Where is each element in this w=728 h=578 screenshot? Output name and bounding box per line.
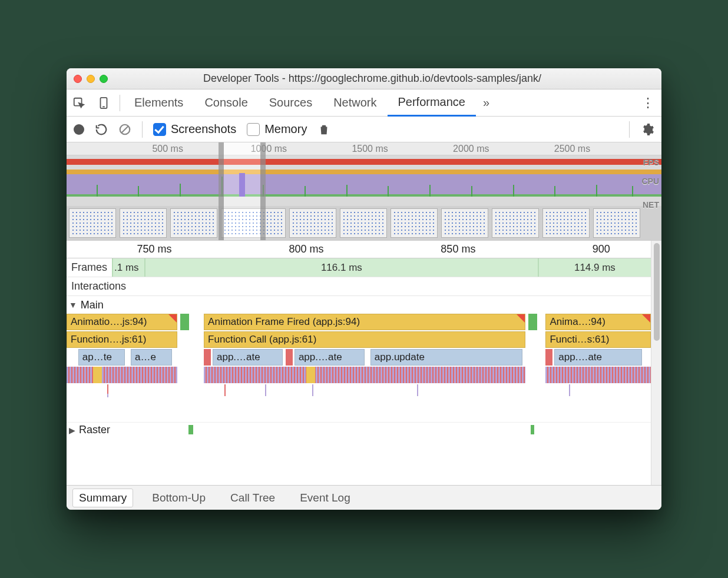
tab-sources[interactable]: Sources bbox=[259, 89, 323, 117]
traffic-lights bbox=[74, 75, 108, 83]
settings-icon[interactable] bbox=[640, 122, 654, 137]
more-tabs-icon[interactable]: » bbox=[483, 96, 489, 109]
interactions-label: Interactions bbox=[67, 280, 131, 293]
tab-elements[interactable]: Elements bbox=[124, 89, 194, 117]
flame-bar-label: Function Call (app.js:61) bbox=[208, 334, 316, 346]
main-flame-chart[interactable]: Animatio….js:94) Animation Frame Fired (… bbox=[67, 314, 651, 437]
window-title: Developer Tools - https://googlechrome.g… bbox=[114, 72, 654, 85]
flame-bar-label: app.update bbox=[375, 351, 425, 363]
collect-garbage-button[interactable] bbox=[317, 123, 330, 136]
close-icon[interactable] bbox=[74, 75, 82, 83]
detail-ruler: 750 ms 800 ms 850 ms 900 ms bbox=[67, 241, 651, 258]
kebab-menu-icon[interactable]: ⋮ bbox=[641, 95, 656, 111]
frame-segment[interactable]: 116.1 ms bbox=[144, 258, 538, 277]
flame-bar-label: app.…ate bbox=[558, 351, 602, 363]
reload-record-button[interactable] bbox=[95, 123, 108, 136]
flame-bar-label: app.…ate bbox=[299, 351, 342, 363]
devtools-window: Developer Tools - https://googlechrome.g… bbox=[67, 68, 661, 510]
overview-shade-right bbox=[266, 142, 661, 240]
checkbox-unchecked-icon bbox=[247, 123, 260, 136]
d-tick: 850 ms bbox=[441, 243, 475, 255]
interactions-row[interactable]: Interactions bbox=[67, 277, 651, 296]
minimize-icon[interactable] bbox=[87, 75, 95, 83]
flame-bar-label: app.…ate bbox=[217, 351, 260, 363]
screenshots-checkbox[interactable]: Screenshots bbox=[153, 122, 236, 136]
main-tab-list: Elements Console Sources Network Perform… bbox=[124, 89, 476, 117]
frames-track: .1 ms 116.1 ms 114.9 ms bbox=[112, 258, 651, 277]
checkbox-checked-icon bbox=[153, 123, 166, 136]
btab-call-tree[interactable]: Call Tree bbox=[224, 489, 281, 507]
frames-label: Frames bbox=[67, 261, 112, 274]
flame-bar-label: Function….js:61) bbox=[71, 334, 147, 346]
btab-summary[interactable]: Summary bbox=[72, 489, 133, 507]
inspect-icon[interactable] bbox=[67, 89, 91, 116]
overview-shade-left bbox=[67, 142, 219, 240]
titlebar: Developer Tools - https://googlechrome.g… bbox=[67, 68, 661, 89]
device-toggle-icon[interactable] bbox=[91, 89, 116, 116]
main-section-header[interactable]: ▼ Main bbox=[67, 296, 651, 314]
frame-segment[interactable]: 114.9 ms bbox=[538, 258, 651, 277]
memory-checkbox[interactable]: Memory bbox=[247, 122, 307, 136]
svg-line-4 bbox=[122, 126, 128, 132]
d-tick: 750 ms bbox=[137, 243, 172, 255]
vertical-scrollbar[interactable] bbox=[651, 241, 661, 485]
tab-console[interactable]: Console bbox=[194, 89, 258, 117]
tab-performance[interactable]: Performance bbox=[388, 89, 476, 117]
btab-event-log[interactable]: Event Log bbox=[294, 489, 356, 507]
bottom-tabstrip: Summary Bottom-Up Call Tree Event Log bbox=[67, 485, 661, 510]
flame-bar-label: Animatio….js:94) bbox=[71, 316, 147, 328]
raster-section-header[interactable]: ▶ Raster bbox=[67, 422, 651, 437]
flame-bar-label: ap…te bbox=[82, 351, 112, 363]
main-section-label: Main bbox=[81, 299, 104, 311]
tab-network[interactable]: Network bbox=[323, 89, 387, 117]
expand-triangle-icon: ▼ bbox=[69, 300, 77, 310]
btab-bottom-up[interactable]: Bottom-Up bbox=[146, 489, 211, 507]
clear-button[interactable] bbox=[118, 123, 131, 136]
d-tick: 800 ms bbox=[289, 243, 323, 255]
flame-bar-label: Animation Frame Fired (app.js:94) bbox=[208, 316, 360, 328]
flame-bar-label: Functi…s:61) bbox=[550, 334, 609, 346]
memory-label: Memory bbox=[264, 122, 307, 136]
frames-row[interactable]: Frames .1 ms 116.1 ms 114.9 ms bbox=[67, 258, 651, 277]
detail-pane: 750 ms 800 ms 850 ms 900 ms Frames .1 ms… bbox=[67, 241, 661, 485]
flame-bar-label: Anima…:94) bbox=[550, 316, 605, 328]
collapse-triangle-icon: ▶ bbox=[69, 426, 75, 435]
record-button[interactable] bbox=[74, 124, 84, 135]
perf-toolbar: Screenshots Memory bbox=[67, 117, 661, 142]
screenshots-label: Screenshots bbox=[171, 122, 236, 136]
overview-pane[interactable]: 500 ms 1000 ms 1500 ms 2000 ms 2500 ms bbox=[67, 142, 661, 241]
main-tabstrip: Elements Console Sources Network Perform… bbox=[67, 89, 661, 117]
frame-segment[interactable]: .1 ms bbox=[112, 258, 144, 277]
flame-bar-label: a…e bbox=[135, 351, 156, 363]
raster-section-label: Raster bbox=[79, 424, 110, 436]
zoom-icon[interactable] bbox=[100, 75, 108, 83]
